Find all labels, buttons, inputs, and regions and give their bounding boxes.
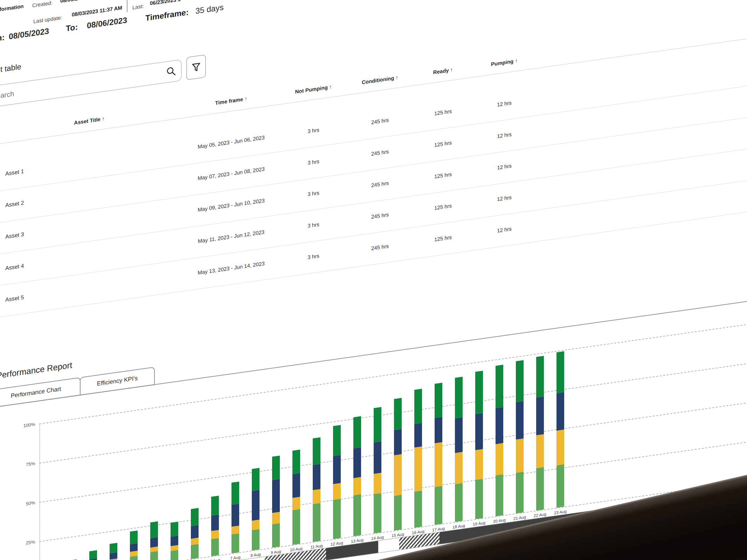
table-header-row: Asset Title ↑Time frame ↑Not Pumping ↑Co… bbox=[0, 0, 747, 4]
cell-pumping: 12 hrs bbox=[497, 163, 512, 171]
stacked-bar[interactable] bbox=[333, 425, 341, 539]
bar-segment-light-green-segment bbox=[414, 491, 422, 528]
bar-segment-light-green-segment bbox=[313, 503, 320, 542]
column-header-asset-title[interactable]: Asset Title ↑ bbox=[74, 115, 104, 126]
row-action-button[interactable] bbox=[734, 58, 747, 82]
bar-segment-dark-green-segment bbox=[211, 496, 219, 516]
gridline-50 bbox=[39, 391, 747, 503]
bar-segment-dark-green-segment bbox=[89, 550, 97, 559]
cell-not_pumping: 3 hrs bbox=[307, 221, 319, 229]
bar-segment-navy-segment bbox=[536, 397, 544, 435]
stacked-bar[interactable] bbox=[130, 531, 138, 560]
stacked-bar[interactable] bbox=[191, 508, 199, 559]
bar-segment-navy-segment bbox=[414, 423, 422, 448]
cell-pumping: 12 hrs bbox=[497, 194, 512, 202]
bar-segment-light-green-segment bbox=[292, 509, 300, 545]
stacked-bar[interactable] bbox=[353, 416, 361, 537]
bar-segment-yellow-segment bbox=[496, 443, 503, 476]
bar-segment-dark-green-segment bbox=[171, 522, 178, 537]
stacked-bar[interactable] bbox=[475, 371, 483, 519]
stacked-bar[interactable] bbox=[272, 456, 280, 548]
table-row[interactable]: Asset 5May 13, 2023 - Jun 14, 20233 hrs2… bbox=[0, 0, 747, 4]
search-field[interactable] bbox=[0, 68, 166, 103]
bar-segment-yellow-segment bbox=[231, 526, 239, 534]
asset-title-cell: Asset 2 bbox=[5, 200, 24, 208]
column-header-conditioning[interactable]: Conditioning ↑ bbox=[362, 74, 398, 85]
stacked-bar[interactable] bbox=[496, 365, 503, 516]
column-header-time-frame[interactable]: Time frame ↑ bbox=[215, 96, 247, 106]
asset-title-cell: Asset 3 bbox=[5, 231, 24, 240]
bar-segment-yellow-segment bbox=[292, 497, 300, 510]
stacked-bar[interactable] bbox=[171, 522, 178, 560]
stacked-bar[interactable] bbox=[150, 522, 158, 560]
stacked-bar[interactable] bbox=[414, 388, 422, 527]
stacked-bar[interactable] bbox=[292, 450, 300, 545]
bar-segment-navy-segment bbox=[171, 536, 178, 546]
stacked-bar[interactable] bbox=[394, 398, 402, 530]
asset-title-cell: Asset 4 bbox=[5, 262, 24, 271]
column-header-ready[interactable]: Ready ↑ bbox=[433, 66, 453, 75]
bar-segment-dark-green-segment bbox=[313, 438, 320, 465]
bar-segment-yellow-segment bbox=[475, 449, 483, 480]
last-value: 06/23/2023 1 bbox=[150, 0, 181, 6]
tab-performance-chart[interactable]: Performance Chart bbox=[0, 377, 81, 408]
stacked-bar[interactable] bbox=[455, 377, 463, 522]
bar-segment-dark-green-segment bbox=[110, 543, 117, 553]
bar-segment-yellow-segment bbox=[353, 477, 361, 495]
bar-segment-dark-green-segment bbox=[455, 377, 463, 419]
table-row[interactable]: Asset 1May 05, 2023 - Jun 06, 20233 hrs2… bbox=[0, 0, 747, 4]
stacked-bar[interactable] bbox=[556, 351, 564, 508]
bar-segment-navy-segment bbox=[231, 504, 239, 527]
y-tick-label: 100% bbox=[14, 421, 35, 429]
table-row[interactable]: Asset 4May 11, 2023 - Jun 12, 20233 hrs2… bbox=[0, 0, 747, 4]
y-tick-label: 75% bbox=[14, 461, 35, 469]
row-action-button[interactable] bbox=[734, 90, 747, 114]
bar-segment-dark-green-segment bbox=[191, 508, 199, 526]
stacked-bar[interactable] bbox=[536, 356, 544, 511]
tab-performance-chart-label: Performance Chart bbox=[11, 386, 61, 400]
bar-segment-navy-segment bbox=[191, 525, 199, 539]
bar-segment-light-green-segment bbox=[455, 483, 463, 522]
stacked-bar[interactable] bbox=[435, 383, 442, 525]
column-header-not-pumping[interactable]: Not Pumping ↑ bbox=[295, 84, 332, 95]
row-action-button[interactable] bbox=[734, 153, 747, 177]
bar-segment-dark-green-segment bbox=[272, 456, 280, 480]
stacked-bar[interactable] bbox=[110, 543, 117, 560]
bar-segment-navy-segment bbox=[353, 447, 361, 478]
bar-segment-dark-green-segment bbox=[394, 398, 402, 430]
last-label: Last: bbox=[132, 3, 144, 10]
search-input[interactable] bbox=[0, 59, 182, 109]
row-action-button[interactable] bbox=[734, 184, 747, 208]
tab-efficiency-kpis[interactable]: Efficiency KPI's bbox=[80, 367, 155, 396]
bar-segment-yellow-segment bbox=[414, 447, 422, 492]
dashboard: Information Created: 08/03/2023 Last upd… bbox=[0, 0, 747, 560]
last-update-label: Last update: bbox=[33, 14, 62, 24]
stacked-bar[interactable] bbox=[231, 482, 239, 553]
stacked-bar[interactable] bbox=[374, 407, 381, 533]
stacked-bar[interactable] bbox=[211, 496, 219, 556]
stacked-bar[interactable] bbox=[252, 468, 260, 551]
stacked-bar[interactable] bbox=[89, 550, 97, 560]
bar-segment-dark-green-segment bbox=[414, 388, 422, 424]
column-header-pumping[interactable]: Pumping ↑ bbox=[491, 57, 518, 67]
table-row[interactable]: Asset 3May 09, 2023 - Jun 10, 20233 hrs2… bbox=[0, 0, 747, 4]
y-tick-label: 50% bbox=[14, 500, 35, 508]
cell-conditioning: 245 hrs bbox=[371, 148, 389, 157]
row-action-button[interactable] bbox=[734, 121, 747, 145]
to-value[interactable]: 08/06/2023 bbox=[87, 15, 127, 30]
created-value: 08/03/2023 bbox=[60, 0, 87, 4]
bar-segment-navy-segment bbox=[374, 441, 381, 474]
stacked-bar[interactable] bbox=[313, 438, 320, 542]
y-axis-line bbox=[39, 424, 40, 560]
bar-segment-light-green-segment bbox=[231, 533, 239, 553]
table-row[interactable]: Asset 2May 07, 2023 - Jun 08, 20233 hrs2… bbox=[0, 0, 747, 4]
bar-segment-dark-green-segment bbox=[252, 468, 260, 491]
table-body: Asset 1May 05, 2023 - Jun 06, 20233 hrs2… bbox=[0, 0, 747, 4]
filter-button[interactable] bbox=[186, 54, 206, 80]
from-value[interactable]: 08/05/2023 bbox=[9, 26, 49, 41]
bar-segment-yellow-segment bbox=[252, 520, 260, 530]
timeframe-label: Timeframe: bbox=[145, 7, 189, 23]
stacked-bar[interactable] bbox=[516, 360, 524, 513]
bar-segment-navy-segment bbox=[252, 490, 260, 521]
performance-chart: 100%75%50%25%29 Jul30 Jul31 Jul1 Aug2 Au… bbox=[0, 0, 747, 4]
